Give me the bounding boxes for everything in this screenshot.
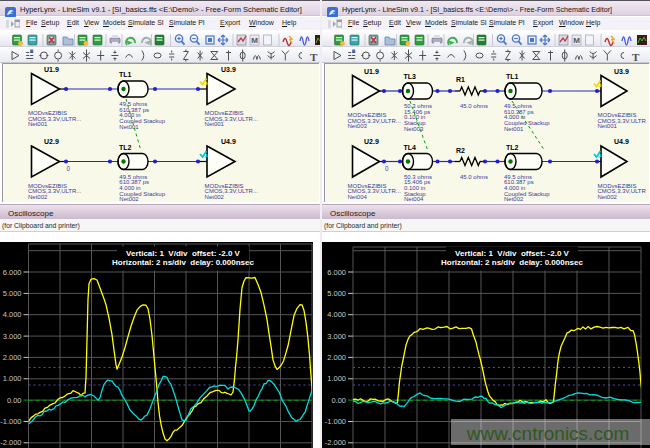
svg-text:M: M (573, 36, 580, 45)
svg-text:U2.9: U2.9 (364, 138, 379, 145)
svg-text:-2.000: -2.000 (325, 438, 346, 447)
svg-text:M: M (251, 36, 258, 45)
svg-text:Net001: Net001 (119, 124, 139, 130)
svg-text:45.0 ohms: 45.0 ohms (460, 103, 488, 109)
svg-text:TL2: TL2 (506, 144, 519, 151)
svg-text:4.000: 4.000 (327, 310, 346, 319)
svg-text:Net002: Net002 (119, 196, 139, 202)
svg-text:TL1: TL1 (119, 71, 132, 78)
svg-text:U4.9: U4.9 (614, 138, 629, 145)
svg-text:Net001: Net001 (598, 123, 618, 129)
svg-text:6.000: 6.000 (3, 268, 22, 277)
svg-text:1.000: 1.000 (327, 374, 346, 383)
svg-text:-2.000: -2.000 (0, 438, 21, 447)
svg-text:Net002: Net002 (205, 194, 225, 200)
svg-text:R1: R1 (456, 76, 465, 83)
svg-text:1.000: 1.000 (3, 374, 22, 383)
svg-text:U3.9: U3.9 (614, 68, 629, 75)
svg-text:6.000: 6.000 (327, 268, 346, 277)
svg-text:-1.000: -1.000 (325, 417, 346, 426)
svg-text:Net001: Net001 (504, 126, 524, 132)
svg-text:TL3: TL3 (404, 73, 417, 80)
svg-text:5.000: 5.000 (3, 289, 22, 298)
svg-text:Net001: Net001 (205, 121, 225, 127)
svg-text:0: 0 (385, 165, 389, 172)
svg-text:-1.000: -1.000 (0, 417, 21, 426)
svg-text:Net002: Net002 (598, 194, 618, 200)
svg-text:2.000: 2.000 (327, 353, 346, 362)
svg-text:0.00: 0.00 (331, 396, 346, 405)
svg-text:0.00: 0.00 (7, 396, 22, 405)
svg-text:Net002: Net002 (504, 196, 524, 202)
svg-text:3.000: 3.000 (327, 332, 346, 341)
svg-text:Net003: Net003 (348, 123, 368, 129)
svg-text:U2.9: U2.9 (44, 138, 59, 145)
svg-text:TL1: TL1 (506, 73, 519, 80)
svg-text:U4.9: U4.9 (221, 138, 236, 145)
svg-text:U3.9: U3.9 (221, 66, 236, 73)
svg-text:Horizontal: 2 ns/div delay: 0: Horizontal: 2 ns/div delay: 0.000nsec (112, 258, 254, 267)
svg-text:Net004: Net004 (404, 196, 424, 202)
svg-text:5.000: 5.000 (327, 289, 346, 298)
svg-text:www.cntronics.com: www.cntronics.com (466, 423, 630, 444)
svg-text:4.000: 4.000 (3, 310, 22, 319)
svg-text:Net002: Net002 (28, 194, 48, 200)
svg-text:Net001: Net001 (28, 121, 48, 127)
svg-text:3.000: 3.000 (3, 332, 22, 341)
svg-text:Horizontal: 2 ns/div delay: 0: Horizontal: 2 ns/div delay: 0.000nsec (441, 258, 583, 267)
svg-text:R2: R2 (456, 147, 465, 154)
svg-text:Vertical: 1 V/div offset: -2: Vertical: 1 V/div offset: -2.0 V (126, 249, 240, 258)
svg-text:U1.9: U1.9 (44, 66, 59, 73)
svg-text:TL2: TL2 (119, 144, 132, 151)
svg-text:Vertical: 1 V/div offset: -2: Vertical: 1 V/div offset: -2.0 V (455, 249, 569, 258)
svg-text:Net004: Net004 (348, 194, 368, 200)
svg-text:45.0 ohms: 45.0 ohms (460, 174, 488, 180)
svg-text:2.000: 2.000 (3, 353, 22, 362)
svg-text:TL4: TL4 (404, 144, 417, 151)
svg-text:U1.9: U1.9 (364, 68, 379, 75)
svg-text:0: 0 (67, 165, 71, 172)
